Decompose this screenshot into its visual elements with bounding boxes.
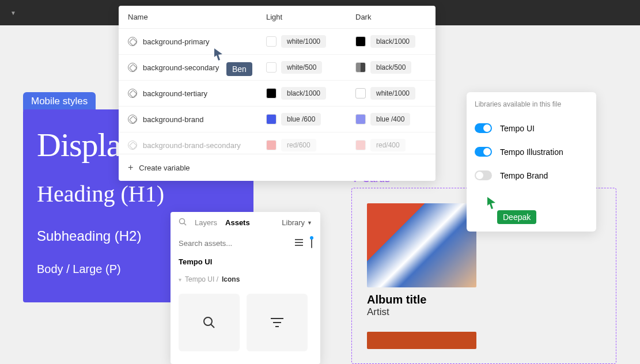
color-pill[interactable]: white/500 (281, 61, 322, 74)
library-item: Tempo UI (475, 116, 588, 140)
library-toggle[interactable] (475, 147, 492, 157)
assets-search-row (171, 233, 320, 253)
color-variable-icon (128, 115, 137, 124)
color-pill[interactable]: black/500 (370, 61, 411, 74)
create-variable-button[interactable]: + Create variable (119, 154, 435, 181)
svg-line-2 (184, 223, 187, 226)
library-dropdown[interactable]: Library ▼ (282, 218, 312, 227)
color-variable-icon (128, 63, 137, 72)
assets-group-header[interactable]: ▾ Tempo UI / Icons (171, 271, 320, 288)
collab-cursor-deepak (487, 197, 498, 212)
album-title: Album title (367, 293, 476, 306)
color-pill[interactable]: black/1000 (281, 87, 326, 100)
color-pill[interactable]: red/400 (370, 139, 406, 151)
svg-line-4 (211, 324, 214, 328)
color-swatch (355, 88, 366, 98)
variables-panel: Name Light Dark background-primary white… (119, 6, 435, 181)
collab-cursor-ben (214, 48, 225, 63)
color-variable-icon (128, 89, 137, 98)
color-pill[interactable]: white/1000 (370, 87, 415, 100)
assets-tabs: Layers Assets Library ▼ (171, 212, 320, 233)
album-card[interactable]: Album title Artist (367, 203, 476, 349)
tab-layers[interactable]: Layers (195, 218, 217, 227)
color-pill[interactable]: red/600 (281, 139, 316, 151)
color-swatch (355, 114, 366, 124)
library-item: Tempo Illustration (475, 140, 588, 164)
variable-name: background-tertiary (143, 89, 266, 98)
collab-badge-deepak: Deepak (497, 210, 536, 224)
color-swatch (355, 140, 366, 150)
album-image-partial (367, 332, 476, 349)
libraries-heading: Libraries available in this file (475, 100, 588, 108)
column-header-light[interactable]: Light (266, 13, 355, 21)
variable-name: background-primary (143, 37, 266, 46)
assets-library-name[interactable]: Tempo UI (171, 253, 320, 271)
tab-assets[interactable]: Assets (225, 218, 250, 227)
album-image (367, 203, 476, 287)
asset-tiles (171, 288, 320, 357)
color-variable-icon (128, 37, 137, 46)
color-pill[interactable]: white/1000 (281, 35, 326, 48)
h1-text-sample: Heading (H1) (37, 180, 240, 207)
assets-panel: Layers Assets Library ▼ Tempo UI ▾ Tempo… (171, 212, 320, 364)
color-pill[interactable]: black/1000 (370, 35, 415, 48)
collab-badge-ben: Ben (226, 62, 252, 76)
variables-header-row: Name Light Dark (119, 6, 435, 29)
color-variable-icon (128, 141, 137, 150)
color-swatch (266, 114, 277, 124)
plus-icon: + (128, 162, 133, 173)
variable-name: background-brand-secondary (143, 141, 266, 150)
color-swatch (266, 62, 277, 73)
variable-row[interactable]: background-brand blue /600 blue /400 (119, 107, 435, 132)
library-name: Tempo Brand (500, 171, 548, 180)
library-toggle[interactable] (475, 123, 492, 133)
color-swatch (355, 62, 366, 73)
variable-row[interactable]: background-secondary white/500 black/500 (119, 55, 435, 81)
asset-tile-filter[interactable] (247, 294, 308, 351)
svg-point-1 (180, 219, 185, 224)
triangle-down-icon: ▾ (179, 276, 181, 283)
variable-row[interactable]: background-tertiary black/1000 white/100… (119, 81, 435, 107)
chevron-down-icon: ▼ (307, 220, 312, 226)
svg-point-3 (204, 317, 212, 325)
color-swatch (355, 36, 366, 47)
library-toggle[interactable] (475, 170, 492, 180)
chevron-down-icon[interactable]: ▼ (10, 10, 16, 16)
library-book-icon[interactable] (311, 238, 312, 248)
variable-row[interactable]: background-primary white/1000 black/1000 (119, 29, 435, 55)
color-swatch (266, 36, 277, 47)
asset-tile-search[interactable] (179, 294, 240, 351)
search-icon[interactable] (179, 218, 187, 227)
color-pill[interactable]: blue /600 (281, 113, 321, 126)
column-header-dark[interactable]: Dark (355, 13, 426, 21)
album-artist: Artist (367, 306, 476, 318)
color-swatch (266, 88, 277, 98)
color-swatch (266, 140, 277, 150)
library-item: Tempo Brand (475, 164, 588, 187)
variable-name: background-brand (143, 115, 266, 124)
variable-row[interactable]: background-brand-secondary red/600 red/4… (119, 132, 435, 154)
list-view-icon[interactable] (295, 238, 304, 248)
library-name: Tempo UI (500, 124, 535, 133)
library-name: Tempo Illustration (500, 147, 563, 157)
search-input[interactable] (179, 239, 259, 248)
column-header-name[interactable]: Name (128, 13, 266, 21)
mobile-styles-frame-label[interactable]: Mobile styles (23, 92, 96, 111)
color-pill[interactable]: blue /400 (370, 113, 410, 126)
